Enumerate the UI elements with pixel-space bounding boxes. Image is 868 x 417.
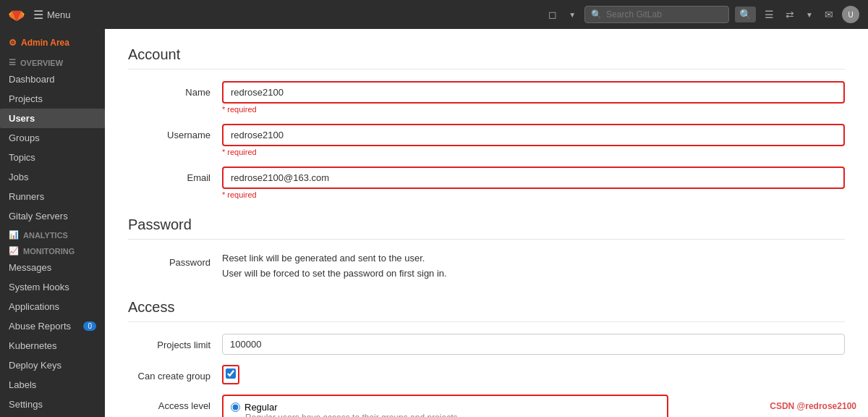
access-level-row: Access level Regular Regular users have …	[128, 395, 845, 417]
password-text-wrap: Reset link will be generated and sent to…	[222, 251, 845, 282]
radio-regular-label: Regular	[244, 402, 278, 413]
sidebar-item-runners[interactable]: Runners	[0, 187, 105, 206]
radio-regular: Regular Regular users have access to the…	[231, 402, 660, 417]
projects-limit-label: Projects limit	[128, 334, 222, 350]
name-required: * required	[222, 105, 845, 114]
search-button[interactable]: 🔍	[735, 7, 756, 22]
search-box[interactable]: 🔍	[584, 6, 729, 23]
mail-icon[interactable]: ✉	[822, 6, 836, 23]
merge-request-icon[interactable]: ⇄	[783, 6, 797, 23]
email-label: Email	[128, 167, 222, 183]
chevron-down-icon[interactable]: ▼	[566, 8, 579, 22]
can-create-group-label: Can create group	[128, 365, 222, 382]
email-required: * required	[222, 190, 845, 199]
topnav: ☰ Menu ◻ ▼ 🔍 🔍 ☰ ⇄ ▼ ✉ U	[0, 0, 868, 29]
topnav-right: ◻ ▼ 🔍 🔍 ☰ ⇄ ▼ ✉ U	[545, 6, 859, 23]
account-section: Account Name * required Username * requi…	[128, 46, 845, 199]
csdn-watermark: CSDN @redrose2100	[770, 401, 856, 411]
sidebar-item-groups[interactable]: Groups	[0, 128, 105, 148]
account-title: Account	[128, 46, 845, 70]
sidebar-item-applications[interactable]: Applications	[0, 297, 105, 316]
sidebar-item-kubernetes[interactable]: Kubernetes	[0, 336, 105, 355]
username-field-wrap: * required	[222, 124, 845, 156]
access-level-highlight-box: Regular Regular users have access to the…	[222, 395, 668, 417]
email-field-wrap: * required	[222, 167, 845, 199]
password-line1: Reset link will be generated and sent to…	[222, 251, 845, 266]
email-input[interactable]	[222, 167, 845, 189]
sidebar-item-settings[interactable]: Settings	[0, 395, 105, 414]
admin-icon: ⚙	[9, 38, 17, 48]
username-input[interactable]	[222, 124, 845, 146]
projects-limit-input[interactable]	[222, 334, 845, 355]
username-row: Username * required	[128, 124, 845, 156]
sidebar-monitoring-header: 📈 Monitoring	[0, 242, 105, 258]
search-input[interactable]	[606, 9, 707, 20]
password-row: Password Reset link will be generated an…	[128, 251, 845, 282]
sidebar: ⚙ Admin Area ☰ Overview Dashboard Projec…	[0, 29, 105, 417]
sidebar-item-labels[interactable]: Labels	[0, 375, 105, 395]
projects-limit-row: Projects limit	[128, 334, 845, 355]
overview-icon: ☰	[9, 58, 16, 67]
can-create-group-wrap	[222, 365, 845, 384]
email-row: Email * required	[128, 167, 845, 199]
radio-regular-input[interactable]	[231, 403, 240, 412]
sidebar-item-users[interactable]: Users	[0, 109, 105, 128]
sidebar-overview-header: ☰ Overview	[0, 54, 105, 70]
access-level-wrap: Regular Regular users have access to the…	[222, 395, 845, 417]
access-level-label: Access level	[128, 395, 222, 411]
username-required: * required	[222, 148, 845, 156]
plus-icon[interactable]: ◻	[545, 6, 560, 23]
abuse-reports-badge: 0	[83, 321, 96, 331]
sidebar-admin-area: ⚙ Admin Area	[0, 32, 105, 54]
can-create-group-checkbox[interactable]	[226, 368, 236, 379]
sidebar-toggle-icon[interactable]: ☰	[762, 6, 777, 23]
sidebar-item-projects[interactable]: Projects	[0, 89, 105, 109]
name-input[interactable]	[222, 81, 845, 104]
sidebar-item-dashboard[interactable]: Dashboard	[0, 70, 105, 89]
password-line2: User will be forced to set the password …	[222, 266, 845, 282]
radio-regular-desc: Regular users have access to their group…	[245, 413, 660, 417]
analytics-icon: 📊	[9, 230, 19, 240]
access-section: Access Projects limit Can create group	[128, 299, 845, 417]
username-label: Username	[128, 124, 222, 140]
access-title: Access	[128, 299, 845, 322]
projects-limit-wrap	[222, 334, 845, 355]
monitoring-icon: 📈	[9, 246, 19, 256]
chevron-icon[interactable]: ▼	[803, 8, 816, 22]
search-icon: 🔍	[591, 9, 602, 20]
name-field-wrap: * required	[222, 81, 845, 114]
sidebar-item-abuse-reports[interactable]: Abuse Reports 0	[0, 316, 105, 336]
can-create-group-row: Can create group	[128, 365, 845, 384]
sidebar-item-topics[interactable]: Topics	[0, 148, 105, 167]
menu-button[interactable]: ☰ Menu	[33, 8, 71, 22]
sidebar-item-deploy-keys[interactable]: Deploy Keys	[0, 355, 105, 375]
sidebar-item-gitaly-servers[interactable]: Gitaly Servers	[0, 206, 105, 226]
sidebar-item-jobs[interactable]: Jobs	[0, 167, 105, 187]
password-section: Password Password Reset link will be gen…	[128, 216, 845, 282]
gitlab-logo[interactable]	[9, 7, 25, 22]
sidebar-item-messages[interactable]: Messages	[0, 258, 105, 277]
password-title: Password	[128, 216, 845, 240]
sidebar-item-system-hooks[interactable]: System Hooks	[0, 277, 105, 297]
name-label: Name	[128, 81, 222, 98]
checkbox-highlight-box	[222, 365, 239, 384]
main-content: Account Name * required Username * requi…	[105, 29, 868, 417]
sidebar-analytics-header: 📊 Analytics	[0, 226, 105, 242]
name-row: Name * required	[128, 81, 845, 114]
password-label: Password	[128, 251, 222, 268]
avatar[interactable]: U	[842, 6, 859, 23]
layout: ⚙ Admin Area ☰ Overview Dashboard Projec…	[0, 29, 868, 417]
